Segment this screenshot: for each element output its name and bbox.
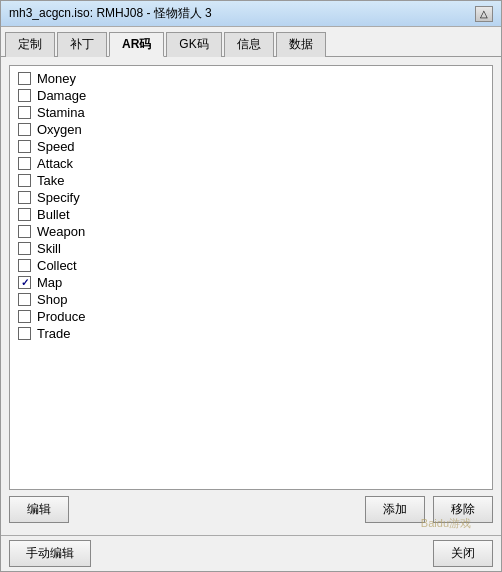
list-item[interactable]: Damage <box>12 87 490 104</box>
edit-button[interactable]: 编辑 <box>9 496 69 523</box>
tab-info[interactable]: 信息 <box>224 32 274 57</box>
checkbox-attack[interactable] <box>18 157 31 170</box>
list-item[interactable]: Trade <box>12 325 490 342</box>
checkbox-take[interactable] <box>18 174 31 187</box>
item-label: Shop <box>37 292 67 307</box>
item-label: Damage <box>37 88 86 103</box>
add-button[interactable]: 添加 <box>365 496 425 523</box>
title-bar: mh3_acgcn.iso: RMHJ08 - 怪物猎人 3 △ <box>1 1 501 27</box>
list-item[interactable]: Speed <box>12 138 490 155</box>
checkbox-weapon[interactable] <box>18 225 31 238</box>
tab-customize[interactable]: 定制 <box>5 32 55 57</box>
item-label: Collect <box>37 258 77 273</box>
content-area: MoneyDamageStaminaOxygenSpeedAttackTakeS… <box>1 57 501 535</box>
tab-bar: 定制 补丁 AR码 GK码 信息 数据 <box>1 27 501 57</box>
list-item[interactable]: Oxygen <box>12 121 490 138</box>
tab-gkcode[interactable]: GK码 <box>166 32 221 57</box>
checkbox-trade[interactable] <box>18 327 31 340</box>
list-item[interactable]: Bullet <box>12 206 490 223</box>
item-label: Bullet <box>37 207 70 222</box>
remove-button[interactable]: 移除 <box>433 496 493 523</box>
list-item[interactable]: Map <box>12 274 490 291</box>
item-label: Attack <box>37 156 73 171</box>
checkbox-specify[interactable] <box>18 191 31 204</box>
item-label: Money <box>37 71 76 86</box>
checkbox-oxygen[interactable] <box>18 123 31 136</box>
tab-arcode[interactable]: AR码 <box>109 32 164 57</box>
checkbox-skill[interactable] <box>18 242 31 255</box>
checkbox-produce[interactable] <box>18 310 31 323</box>
checkbox-stamina[interactable] <box>18 106 31 119</box>
manual-edit-button[interactable]: 手动编辑 <box>9 540 91 567</box>
list-item[interactable]: Take <box>12 172 490 189</box>
main-window: mh3_acgcn.iso: RMHJ08 - 怪物猎人 3 △ 定制 补丁 A… <box>0 0 502 572</box>
checkbox-bullet[interactable] <box>18 208 31 221</box>
item-label: Weapon <box>37 224 85 239</box>
checkbox-map[interactable] <box>18 276 31 289</box>
list-item[interactable]: Money <box>12 70 490 87</box>
item-list[interactable]: MoneyDamageStaminaOxygenSpeedAttackTakeS… <box>9 65 493 490</box>
window-title: mh3_acgcn.iso: RMHJ08 - 怪物猎人 3 <box>9 5 212 22</box>
item-label: Take <box>37 173 64 188</box>
list-item[interactable]: Stamina <box>12 104 490 121</box>
checkbox-money[interactable] <box>18 72 31 85</box>
list-item[interactable]: Attack <box>12 155 490 172</box>
list-item[interactable]: Skill <box>12 240 490 257</box>
list-item[interactable]: Shop <box>12 291 490 308</box>
item-label: Skill <box>37 241 61 256</box>
bottom-buttons: 编辑 添加 移除 <box>9 490 493 527</box>
close-icon[interactable]: △ <box>475 6 493 22</box>
list-item[interactable]: Weapon <box>12 223 490 240</box>
checkbox-collect[interactable] <box>18 259 31 272</box>
list-item[interactable]: Produce <box>12 308 490 325</box>
item-label: Specify <box>37 190 80 205</box>
item-label: Map <box>37 275 62 290</box>
list-item[interactable]: Collect <box>12 257 490 274</box>
footer-bar: 手动编辑 关闭 <box>1 535 501 571</box>
item-label: Produce <box>37 309 85 324</box>
item-label: Stamina <box>37 105 85 120</box>
item-label: Oxygen <box>37 122 82 137</box>
list-item[interactable]: Specify <box>12 189 490 206</box>
item-label: Trade <box>37 326 70 341</box>
close-button[interactable]: 关闭 <box>433 540 493 567</box>
tab-data[interactable]: 数据 <box>276 32 326 57</box>
checkbox-damage[interactable] <box>18 89 31 102</box>
checkbox-speed[interactable] <box>18 140 31 153</box>
checkbox-shop[interactable] <box>18 293 31 306</box>
tab-patch[interactable]: 补丁 <box>57 32 107 57</box>
item-label: Speed <box>37 139 75 154</box>
